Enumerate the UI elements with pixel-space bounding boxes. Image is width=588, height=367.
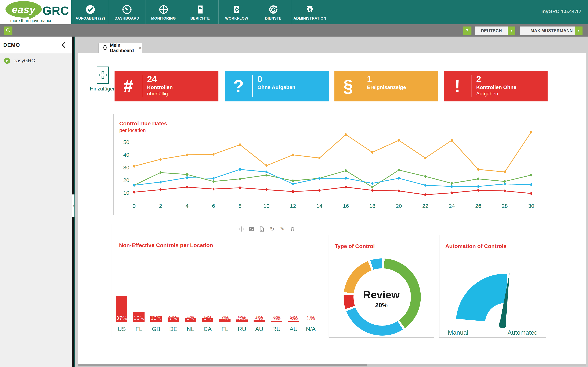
svg-text:8: 8 [238,203,242,209]
kpi-card-ereignisanzeige[interactable]: § 1 Ereignisanzeige [334,71,438,101]
line-chart-widget: Control Due Dates per location 102030405… [113,114,547,215]
logo-word-easy: easy [12,3,35,15]
svg-text:40: 40 [123,152,129,158]
kpi-label: Ereignisanzeige [367,84,437,91]
bar-category-label: CA [202,326,213,333]
gauge-right-label: Automated [508,329,538,336]
gauge-icon [102,45,108,51]
svg-text:22: 22 [422,203,428,209]
bar-column: 5%RU [236,224,248,337]
bar-value-label: 8% [185,315,196,321]
app-logo: easy GRC more than governance [0,0,71,24]
app-version: myGRC 1.5.44.17 [541,9,581,14]
svg-text:30: 30 [528,203,534,209]
bar-column: 12%GB [150,224,162,337]
nav-item-administration[interactable]: ADMINISTRATION [292,0,328,24]
svg-text:30: 30 [123,165,129,171]
chevron-down-icon[interactable]: ▼ [575,26,582,35]
user-dropdown[interactable]: MAX MUSTERMANN ▼ [520,26,582,35]
line-chart-svg: 1020304050024681012141618202224262830 [114,114,547,215]
exclamation-icon: ! [444,71,471,101]
svg-text:0: 0 [133,203,136,209]
bar-value-label: 9% [202,315,213,321]
bar-chart-bars: 37%US16%FL12%GB7%DE8%NL9%CA7%FL5%RU4%AU3… [112,224,323,337]
main-nav: AUFGABEN (27) DASHBOARD MONITORING BERIC… [72,0,328,24]
bar-value-label: 7% [219,315,231,321]
nav-item-dienste[interactable]: DIENSTE [255,0,291,24]
kpi-card-kontrollen-ueberfaellig[interactable]: # 24 Kontrollen überfällig [114,71,218,101]
nav-item-label: AUFGABEN (27) [76,16,105,20]
close-icon[interactable]: × [138,45,142,51]
svg-text:10: 10 [123,190,129,196]
bar-category-label: DE [168,326,179,333]
bar-column: 4%AU [254,224,265,337]
svg-text:14: 14 [316,203,322,209]
svg-text:12: 12 [290,203,296,209]
chevron-down-icon[interactable]: ▼ [508,26,515,35]
bar-value-label: 5% [236,315,248,321]
search-icon [6,28,11,34]
logo-word-grc: GRC [43,4,69,17]
kpi-label: Kontrollen [147,84,216,91]
nav-item-label: DASHBOARD [114,16,139,20]
svg-text:26: 26 [475,203,481,209]
bar-category-label: RU [236,326,248,333]
bar-column: 2%AU [288,224,299,337]
language-dropdown[interactable]: DEUTSCH ▼ [475,26,515,35]
sidebar-item-easygrc[interactable]: ▶ easyGRC [0,56,72,66]
sidebar-splitter[interactable]: ◄ [72,37,75,367]
sidebar-header: DEMO [0,37,72,53]
gear-icon [305,4,315,15]
svg-text:10: 10 [263,203,269,209]
nav-item-workflow[interactable]: WORKFLOW [218,0,255,24]
bar-column: 3%RU [271,224,282,337]
bar-value-label: 7% [168,315,179,321]
report-icon [195,4,206,15]
donut-chart-widget: Type of Control Review 20% [329,235,434,338]
svg-text:2: 2 [159,203,162,209]
bar-column: 8%NL [185,224,196,337]
gauge-chart [440,235,546,338]
splitter-collapse-handle[interactable]: ◄ [72,194,74,217]
gauge-left-label: Manual [448,329,468,336]
crosshair-icon [158,4,169,15]
hash-icon: # [114,71,142,101]
workflow-icon [231,4,242,15]
kpi-value: 1 [367,74,437,84]
svg-text:28: 28 [502,203,508,209]
help-button[interactable]: ? [463,26,471,35]
donut-center-label: Review [329,288,434,301]
kpi-card-kontrollen-ohne-aufgaben[interactable]: ! 2 Kontrollen Ohne Aufgaben [444,71,548,101]
kpi-value: 0 [257,74,327,84]
horizontal-scrollbar-thumb[interactable] [78,364,367,367]
donut-center-value: 20% [329,301,434,309]
nav-item-aufgaben[interactable]: AUFGABEN (27) [72,0,108,24]
gauge-icon [122,4,132,15]
bar-column: 37%US [116,224,127,337]
bar [288,321,299,322]
bar-category-label: FL [219,326,231,333]
refresh-circle-icon [268,4,279,15]
bar-category-label: N/A [305,326,317,333]
nav-item-monitoring[interactable]: MONITORING [145,0,182,24]
bar-column: 1%N/A [305,224,317,337]
question-icon: ? [225,71,252,101]
search-button[interactable] [4,26,12,35]
svg-text:18: 18 [369,203,375,209]
horizontal-scrollbar[interactable] [78,364,586,367]
divider [142,75,142,97]
nav-item-berichte[interactable]: BERICHTE [182,0,218,24]
app-header: easy GRC more than governance AUFGABEN (… [0,0,588,24]
tab-mein-dashboard[interactable]: Mein Dashboard × [98,42,142,53]
nav-item-label: WORKFLOW [225,16,248,20]
nav-item-dashboard[interactable]: DASHBOARD [109,0,145,24]
bar-category-label: GB [150,326,162,333]
bar-category-label: NL [185,326,196,333]
nav-item-label: DIENSTE [265,16,281,20]
add-widget-button[interactable]: Hinzufügen [86,67,119,92]
chevron-left-icon[interactable] [60,41,67,49]
svg-text:6: 6 [212,203,215,209]
kpi-card-ohne-aufgaben[interactable]: ? 0 Ohne Aufgaben [225,71,329,101]
kpi-label: Ohne Aufgaben [257,84,327,91]
bar-category-label: RU [271,326,282,333]
